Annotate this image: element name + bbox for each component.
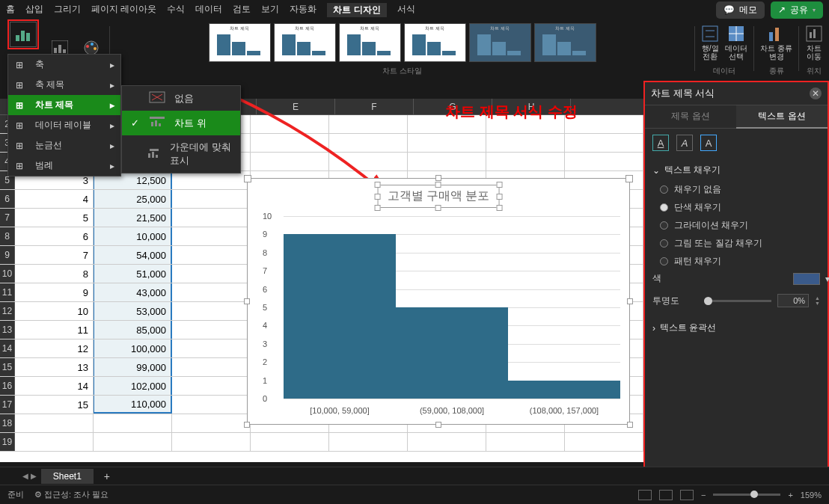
row-header[interactable]: 10 <box>0 265 15 283</box>
menu-axis-titles[interactable]: ⊞축 제목▸ <box>8 75 120 95</box>
row-header[interactable]: 19 <box>0 433 15 451</box>
cell[interactable]: 102,000 <box>94 377 172 395</box>
cell[interactable]: 14 <box>15 377 94 395</box>
cell[interactable] <box>172 171 251 189</box>
cell[interactable] <box>172 265 251 283</box>
tab-formulas[interactable]: 수식 <box>167 3 185 17</box>
cell[interactable] <box>172 209 251 227</box>
change-chart-type-button[interactable]: 차트 종류 변경 <box>759 23 794 62</box>
view-page-layout-button[interactable] <box>659 490 673 500</box>
zoom-slider[interactable] <box>713 494 780 496</box>
cell[interactable] <box>486 433 565 451</box>
menu-axes[interactable]: ⊞축▸ <box>8 55 120 75</box>
row-header[interactable]: 12 <box>0 302 15 320</box>
cell[interactable]: 85,000 <box>94 321 172 339</box>
chart-style-2[interactable]: 차트 제목 <box>274 23 336 62</box>
sheet-tab-1[interactable]: Sheet1 <box>41 469 94 484</box>
chart-style-1[interactable]: 차트 제목 <box>209 23 271 62</box>
cell[interactable]: 53,000 <box>94 302 172 320</box>
row-header[interactable]: 14 <box>0 339 15 357</box>
row-header[interactable]: 11 <box>0 283 15 301</box>
cell[interactable] <box>172 302 251 320</box>
tab-chart-design[interactable]: 차트 디자인 <box>327 3 386 17</box>
row-header[interactable]: 9 <box>0 246 15 264</box>
close-button[interactable]: ✕ <box>810 87 822 99</box>
text-effects-icon[interactable]: A <box>676 135 693 151</box>
cell[interactable]: 43,000 <box>94 283 172 301</box>
cell[interactable]: 15 <box>15 396 94 414</box>
menu-chart-title[interactable]: ⊞차트 제목▸ <box>8 95 120 115</box>
cell[interactable] <box>172 321 251 339</box>
row-header[interactable]: 17 <box>0 396 15 414</box>
title-options-tab[interactable]: 제목 옵션 <box>645 105 736 129</box>
histogram-bar[interactable] <box>284 234 396 399</box>
radio-solid-fill[interactable]: 단색 채우기 <box>660 201 820 214</box>
cell[interactable] <box>408 153 486 170</box>
tab-automate[interactable]: 자동화 <box>290 3 316 17</box>
cell[interactable]: 4 <box>15 190 94 208</box>
switch-row-column-button[interactable]: 행/열 전환 <box>700 23 721 62</box>
cell[interactable] <box>408 134 486 152</box>
submenu-centered-overlay[interactable]: 가운데에 맞춰 표시 <box>122 135 240 173</box>
tab-view[interactable]: 보기 <box>261 3 279 17</box>
cell[interactable] <box>172 433 251 451</box>
color-picker[interactable] <box>793 273 820 285</box>
stepper-up[interactable]: ▲ <box>815 295 820 301</box>
embedded-chart[interactable]: 고객별 구매액 분포 012345678910 [10,000, 59,000]… <box>247 178 630 425</box>
row-header[interactable]: 7 <box>0 209 15 227</box>
cell[interactable] <box>251 115 329 133</box>
chart-style-3[interactable]: 차트 제목 <box>339 23 401 62</box>
zoom-out-button[interactable]: − <box>701 491 706 500</box>
cell[interactable] <box>565 433 643 451</box>
cell[interactable]: 7 <box>15 246 94 264</box>
cell[interactable]: 8 <box>15 265 94 283</box>
submenu-none[interactable]: 없음 <box>122 86 240 111</box>
radio-gradient-fill[interactable]: 그라데이션 채우기 <box>660 219 820 232</box>
cell[interactable] <box>565 134 643 152</box>
cell[interactable] <box>329 115 408 133</box>
cell[interactable] <box>172 190 251 208</box>
tab-page-layout[interactable]: 페이지 레이아웃 <box>91 3 156 17</box>
cell[interactable] <box>329 433 408 451</box>
cell[interactable]: 99,000 <box>94 358 172 376</box>
histogram-bar[interactable] <box>396 307 508 399</box>
add-sheet-button[interactable]: + <box>98 470 116 482</box>
opacity-slider[interactable] <box>704 300 771 302</box>
cell[interactable]: 21,500 <box>94 209 172 227</box>
sheet-nav[interactable]: ◀ ▶ <box>22 472 37 480</box>
text-fill-outline-icon[interactable]: A <box>652 135 669 151</box>
row-header[interactable]: 15 <box>0 358 15 376</box>
view-normal-button[interactable] <box>638 490 652 500</box>
zoom-level[interactable]: 159% <box>801 491 822 500</box>
cell[interactable]: 12 <box>15 339 94 357</box>
cell[interactable] <box>329 134 408 152</box>
histogram-bar[interactable] <box>508 381 620 399</box>
cell[interactable] <box>408 433 486 451</box>
cell[interactable] <box>172 283 251 301</box>
cell[interactable]: 51,000 <box>94 265 172 283</box>
chart-style-6[interactable]: 차트 제목 <box>534 23 596 62</box>
cell[interactable] <box>94 414 172 432</box>
tab-data[interactable]: 데이터 <box>195 3 222 17</box>
cell[interactable]: 100,000 <box>94 339 172 357</box>
col-header-f[interactable]: F <box>335 99 414 114</box>
comments-button[interactable]: 💬 메모 <box>716 1 765 19</box>
row-header[interactable]: 13 <box>0 321 15 339</box>
cell[interactable] <box>251 134 329 152</box>
text-options-tab[interactable]: 텍스트 옵션 <box>736 105 828 129</box>
cell[interactable]: 13 <box>15 358 94 376</box>
share-button[interactable]: ↗ 공유 ▾ <box>771 1 823 19</box>
menu-legend[interactable]: ⊞범례▸ <box>8 156 120 176</box>
select-data-button[interactable]: 데이터 선택 <box>724 23 749 62</box>
zoom-in-button[interactable]: + <box>788 491 792 500</box>
text-box-icon[interactable]: A <box>700 135 717 151</box>
radio-pattern-fill[interactable]: 패턴 채우기 <box>660 255 820 268</box>
tab-home[interactable]: 홈 <box>6 3 15 17</box>
cell[interactable] <box>172 396 251 414</box>
col-header-e[interactable]: E <box>257 99 335 114</box>
tab-draw[interactable]: 그리기 <box>54 3 81 17</box>
cell[interactable] <box>94 433 172 451</box>
cell[interactable] <box>486 153 565 170</box>
menu-data-labels[interactable]: ⊞데이터 레이블▸ <box>8 115 120 135</box>
cell[interactable] <box>172 339 251 357</box>
